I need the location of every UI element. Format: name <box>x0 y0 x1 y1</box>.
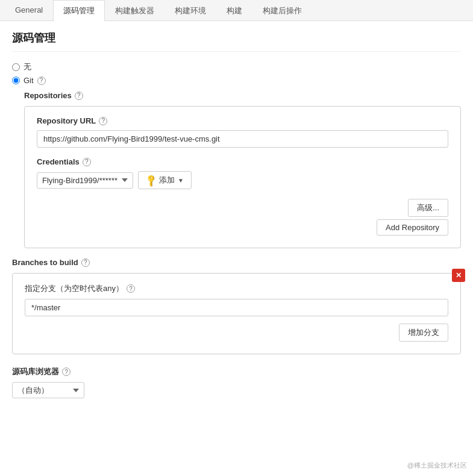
repositories-label: Repositories ? <box>24 91 461 100</box>
branch-field-help-icon[interactable]: ? <box>127 284 135 293</box>
tab-build[interactable]: 构建 <box>216 0 252 21</box>
source-browser-help-icon[interactable]: ? <box>62 368 70 376</box>
tab-bar: General 源码管理 构建触发器 构建环境 构建 构建后操作 <box>0 0 473 21</box>
repo-url-input[interactable] <box>37 130 448 148</box>
repo-url-text: Repository URL <box>37 116 96 125</box>
branch-field-text: 指定分支（为空时代表any） <box>25 283 124 294</box>
branches-help-icon[interactable]: ? <box>81 258 90 267</box>
branches-section: Branches to build ? ✕ 指定分支（为空时代表any） ? 增… <box>12 258 461 354</box>
radio-none-input[interactable] <box>12 63 20 71</box>
radio-git-input[interactable] <box>12 77 20 84</box>
radio-none-item[interactable]: 无 <box>12 61 461 72</box>
add-repository-button-row: Add Repository <box>37 219 448 236</box>
credentials-label: Credentials ? <box>37 157 448 166</box>
tab-post[interactable]: 构建后操作 <box>252 0 312 21</box>
branch-field-label: 指定分支（为空时代表any） ? <box>25 283 448 294</box>
credentials-text: Credentials <box>37 157 80 166</box>
credentials-select[interactable]: Flying-Bird1999/****** <box>37 172 133 189</box>
repo-url-label: Repository URL ? <box>37 116 448 125</box>
branch-input[interactable] <box>25 299 448 316</box>
credentials-help-icon[interactable]: ? <box>83 158 91 166</box>
watermark: @稀土掘金技术社区 <box>407 461 467 470</box>
key-icon: 🔑 <box>144 173 158 187</box>
add-btn-label: 添加 <box>159 175 175 186</box>
tab-general[interactable]: General <box>5 0 53 21</box>
branches-text: Branches to build <box>12 258 78 267</box>
add-credential-button[interactable]: 🔑 添加 ▼ <box>138 171 192 189</box>
remove-branch-button[interactable]: ✕ <box>452 269 465 282</box>
advanced-button-row: 高级... <box>37 199 448 217</box>
tab-triggers[interactable]: 构建触发器 <box>105 0 164 21</box>
branches-label: Branches to build ? <box>12 258 461 267</box>
main-content: 源码管理 无 Git ? Repositories ? Repository U… <box>0 21 473 408</box>
source-browser-select[interactable]: （自动） <box>12 382 84 398</box>
add-btn-arrow: ▼ <box>178 177 184 184</box>
branch-card: ✕ 指定分支（为空时代表any） ? 增加分支 <box>12 273 461 354</box>
advanced-button[interactable]: 高级... <box>408 199 448 217</box>
add-repository-button[interactable]: Add Repository <box>377 219 448 236</box>
page-title: 源码管理 <box>12 31 461 52</box>
repo-url-help-icon[interactable]: ? <box>99 117 107 125</box>
repositories-text: Repositories <box>24 91 72 100</box>
radio-none-label: 无 <box>23 61 31 72</box>
tab-scm[interactable]: 源码管理 <box>53 0 105 21</box>
repositories-help-icon[interactable]: ? <box>75 92 83 100</box>
scm-radio-group: 无 Git ? <box>12 61 461 85</box>
credentials-row: Flying-Bird1999/****** 🔑 添加 ▼ <box>37 171 448 189</box>
source-browser-text: 源码库浏览器 <box>12 366 59 377</box>
radio-git-label: Git <box>23 76 34 85</box>
git-help-icon[interactable]: ? <box>37 77 46 85</box>
tab-env[interactable]: 构建环境 <box>164 0 216 21</box>
source-browser-label: 源码库浏览器 ? <box>12 366 461 377</box>
repository-card: Repository URL ? Credentials ? Flying-Bi… <box>24 106 461 248</box>
source-browser-section: 源码库浏览器 ? （自动） <box>12 366 461 398</box>
radio-git-item[interactable]: Git ? <box>12 76 461 85</box>
add-branch-button[interactable]: 增加分支 <box>399 324 448 342</box>
add-branch-button-row: 增加分支 <box>25 324 448 342</box>
